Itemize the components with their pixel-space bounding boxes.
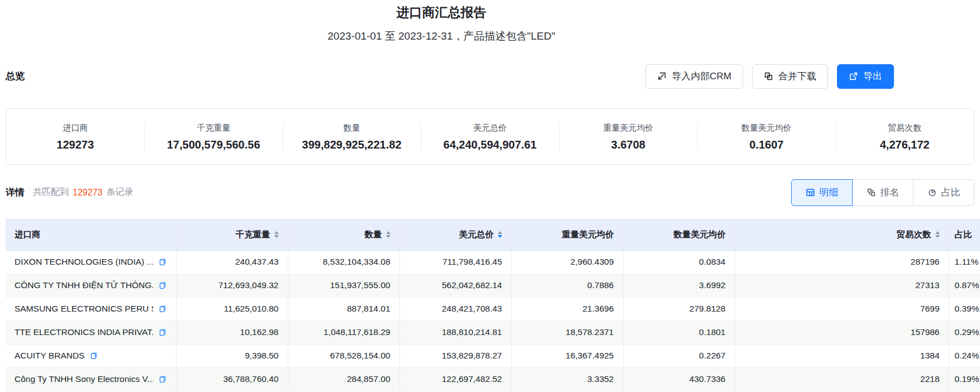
stat-value: 3.6708 <box>559 138 697 152</box>
copy-icon[interactable] <box>159 257 167 266</box>
cell-usd_per_kg: 0.7886 <box>511 274 623 297</box>
cell-usd_per_qty: 0.0834 <box>623 250 735 274</box>
cell-usd_per_kg: 18,578.2371 <box>511 321 623 344</box>
cell-kg: 11,625,010.80 <box>176 297 288 321</box>
table-row: ACUITY BRANDS 9,398.50678,528,154.00153,… <box>6 344 980 367</box>
cell-trades: 27313 <box>735 274 949 297</box>
column-header-kg[interactable]: 千克重量 <box>176 219 288 250</box>
tab-detail[interactable]: 明细 <box>791 179 853 206</box>
cell-usd_per_qty: 279.8128 <box>623 297 735 321</box>
overview-stats-card: 进口商 129273千克重量 17,500,579,560.56数量 399,8… <box>6 108 974 165</box>
column-label: 数量 <box>365 229 382 241</box>
export-label: 导出 <box>863 70 882 83</box>
cell-usd: 153,829,878.27 <box>399 344 511 367</box>
stat-label: 重量美元均价 <box>559 122 697 133</box>
cell-qty: 8,532,104,334.08 <box>288 250 399 274</box>
column-label: 美元总价 <box>459 229 494 241</box>
table-row: TTE ELECTRONICS INDIA PRIVAT... 10,162.9… <box>6 321 980 344</box>
cell-kg: 9,398.50 <box>176 344 288 367</box>
cell-usd: 248,421,708.43 <box>399 297 511 321</box>
cell-usd_per_kg: 3.3352 <box>511 367 623 391</box>
column-label: 占比 <box>955 229 972 241</box>
details-heading: 详情 <box>6 186 25 199</box>
view-mode-tabs: 明细 排名 占比 <box>791 179 974 206</box>
stat-value: 4,276,172 <box>836 138 974 152</box>
column-header-importer: 进口商 <box>6 219 176 250</box>
stat-value: 399,829,925,221.82 <box>283 138 421 152</box>
pie-icon <box>927 188 937 197</box>
page-subtitle: 2023-01-01 至 2023-12-31，产品描述包含"LED" <box>0 30 883 43</box>
page-title: 进口商汇总报告 <box>0 4 883 21</box>
export-icon <box>849 71 858 81</box>
column-header-share: 占比 <box>949 219 980 250</box>
cell-kg: 10,162.98 <box>176 321 288 344</box>
cell-share: 0.87% <box>949 274 980 297</box>
stat-label: 美元总价 <box>421 122 559 133</box>
column-label: 贸易次数 <box>897 229 931 241</box>
tab-ranking[interactable]: 排名 <box>852 179 914 206</box>
cell-usd_per_kg: 21.3696 <box>511 297 623 321</box>
stat-value: 17,500,579,560.56 <box>144 138 282 152</box>
cell-kg: 36,788,760.40 <box>176 367 288 391</box>
copy-icon[interactable] <box>159 328 167 337</box>
merge-download-label: 合并下载 <box>778 70 816 83</box>
table-icon <box>806 188 815 197</box>
cell-usd: 188,810,214.81 <box>399 321 511 344</box>
tab-label: 占比 <box>941 186 960 199</box>
cell-qty: 1,048,117,618.29 <box>288 321 399 344</box>
cell-share: 0.39% <box>949 297 980 321</box>
cell-share: 0.24% <box>949 344 980 367</box>
match-summary: 共匹配到 129273 条记录 <box>33 187 133 198</box>
import-crm-label: 导入内部CRM <box>672 70 731 83</box>
importer-name: TTE ELECTRONICS INDIA PRIVAT... <box>15 327 153 337</box>
tab-label: 排名 <box>881 186 900 199</box>
stat-label: 数量 <box>283 122 421 133</box>
merge-download-button[interactable]: 合并下载 <box>752 64 828 89</box>
merge-icon <box>764 71 773 81</box>
cell-kg: 240,437.43 <box>176 250 288 274</box>
importer-table-scroll[interactable]: 进口商千克重量 数量 美元总价 重量美元均价数量美元均价贸易次数 占比 DIXO… <box>6 219 980 391</box>
match-suffix: 条记录 <box>106 187 133 198</box>
overview-bar: 总览 导入内部CRM 合并下载 导出 <box>6 64 980 89</box>
match-count: 129273 <box>73 188 102 198</box>
cell-share: 0.19% <box>949 367 980 391</box>
column-label: 进口商 <box>15 229 41 241</box>
copy-icon[interactable] <box>159 375 167 384</box>
copy-icon[interactable] <box>90 351 98 360</box>
overview-heading: 总览 <box>6 70 25 83</box>
column-header-usd[interactable]: 美元总价 <box>399 219 511 250</box>
cell-importer: ACUITY BRANDS <box>6 344 176 367</box>
cell-usd_per_kg: 2,960.4309 <box>511 250 623 274</box>
tab-label: 明细 <box>820 186 839 199</box>
ranking-icon <box>867 188 876 197</box>
cell-trades: 7699 <box>735 297 949 321</box>
stat-label: 数量美元均价 <box>697 122 835 133</box>
importer-name: DIXON TECHNOLOGIES (INDIA) ... <box>15 257 153 267</box>
sort-carets-icon <box>498 231 502 238</box>
stat-item: 数量美元均价 0.1607 <box>697 122 835 152</box>
copy-icon[interactable] <box>159 281 167 290</box>
table-header-row: 进口商千克重量 数量 美元总价 重量美元均价数量美元均价贸易次数 占比 <box>6 219 980 250</box>
import-icon <box>657 71 667 81</box>
column-header-trades[interactable]: 贸易次数 <box>735 219 949 250</box>
stat-item: 贸易次数 4,276,172 <box>836 122 974 152</box>
tab-share[interactable]: 占比 <box>913 179 974 206</box>
stat-label: 进口商 <box>6 122 144 133</box>
cell-importer: TTE ELECTRONICS INDIA PRIVAT... <box>6 321 176 344</box>
stat-label: 贸易次数 <box>836 122 974 133</box>
cell-importer: DIXON TECHNOLOGIES (INDIA) ... <box>6 250 176 274</box>
cell-usd_per_qty: 3.6992 <box>623 274 735 297</box>
import-crm-button[interactable]: 导入内部CRM <box>645 64 743 89</box>
table-row: DIXON TECHNOLOGIES (INDIA) ... 240,437.4… <box>6 250 980 274</box>
copy-icon[interactable] <box>159 304 167 313</box>
export-button[interactable]: 导出 <box>837 64 894 89</box>
cell-qty: 151,937,555.00 <box>288 274 399 297</box>
importer-name: CÔNG TY TNHH ĐIỆN TỬ THÔNG... <box>15 280 153 290</box>
report-header: 进口商汇总报告 2023-01-01 至 2023-12-31，产品描述包含"L… <box>0 4 883 43</box>
column-header-qty[interactable]: 数量 <box>288 219 399 250</box>
importer-name: SAMSUNG ELECTRONICS PERU S... <box>15 304 153 314</box>
importer-name: Công Ty TNHH Sony Electronics V... <box>15 374 153 384</box>
cell-usd: 711,798,416.45 <box>399 250 511 274</box>
cell-usd_per_qty: 0.1801 <box>623 321 735 344</box>
cell-usd_per_qty: 430.7336 <box>623 367 735 391</box>
